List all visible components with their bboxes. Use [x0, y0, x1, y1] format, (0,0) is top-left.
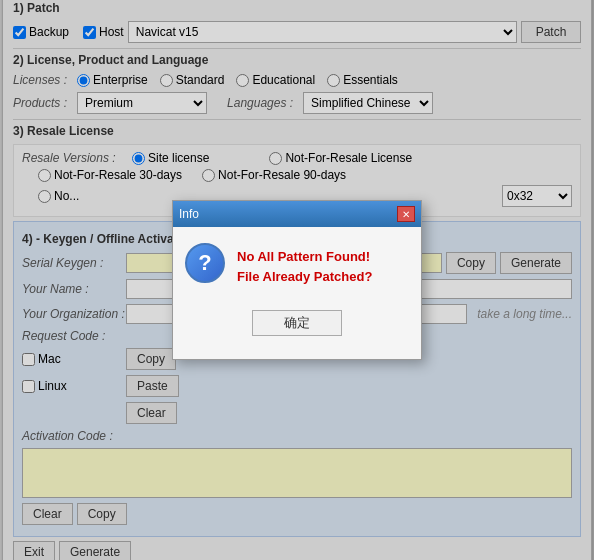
- info-dialog: Info ✕ ? No All Pattern Found! File Alre…: [172, 200, 422, 360]
- dialog-overlay: Info ✕ ? No All Pattern Found! File Alre…: [3, 0, 591, 560]
- dialog-close-button[interactable]: ✕: [397, 206, 415, 222]
- main-window: 🔧 Navicat Products - Patch/Keygen v5.6 ─…: [2, 0, 592, 560]
- dialog-message-line2: File Already Patched?: [237, 267, 372, 287]
- dialog-message: No All Pattern Found! File Already Patch…: [237, 243, 372, 286]
- dialog-title-bar: Info ✕: [173, 201, 421, 227]
- dialog-footer: 确定: [173, 302, 421, 350]
- dialog-body: ? No All Pattern Found! File Already Pat…: [173, 227, 421, 302]
- dialog-question-icon: ?: [185, 243, 225, 283]
- dialog-message-line1: No All Pattern Found!: [237, 247, 372, 267]
- dialog-ok-button[interactable]: 确定: [252, 310, 342, 336]
- dialog-title-text: Info: [179, 207, 199, 221]
